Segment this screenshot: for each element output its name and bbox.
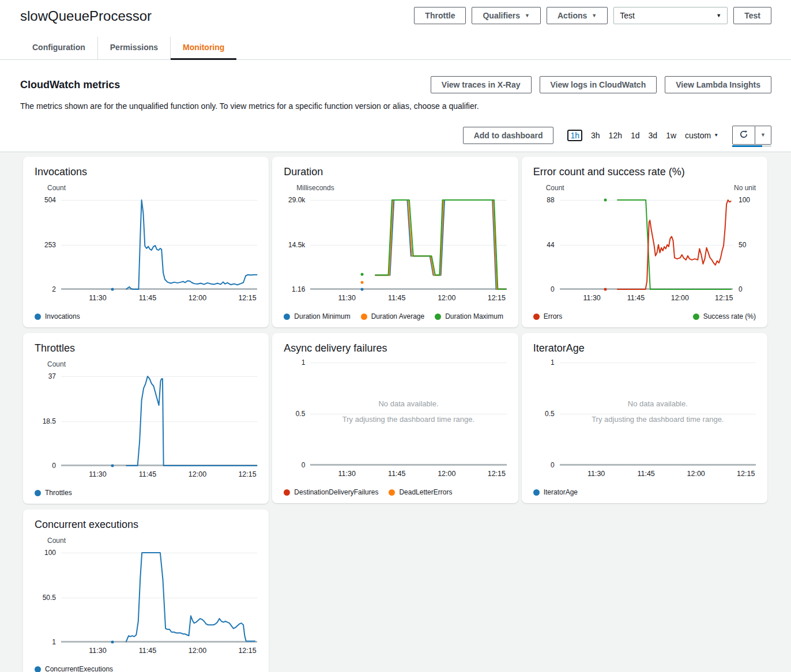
plot-area: No data available.Try adjusting the dash… <box>310 363 506 465</box>
x-tick: 12:00 <box>438 294 455 302</box>
x-tick: 11:30 <box>338 294 356 302</box>
x-axis: 11:3011:4512:0012:15 <box>284 294 506 304</box>
actions-button[interactable]: Actions▼ <box>547 7 608 24</box>
view-traces-xray-button[interactable]: View traces in X-Ray <box>431 76 532 93</box>
y-axis-labels: 88440 <box>533 200 560 289</box>
tab-configuration[interactable]: Configuration <box>20 37 97 59</box>
refresh-options-button[interactable]: ▼ <box>755 126 771 145</box>
axis-units: Count <box>35 360 257 368</box>
section-description: The metrics shown are for the unqualifie… <box>20 101 771 111</box>
x-axis-labels: 11:3011:4512:0012:15 <box>61 294 257 304</box>
caret-down-icon: ▼ <box>716 13 721 18</box>
view-logs-cloudwatch-button[interactable]: View logs in CloudWatch <box>540 76 657 93</box>
y-tick: 100 <box>739 196 750 204</box>
add-to-dashboard-button[interactable]: Add to dashboard <box>463 127 554 144</box>
y-tick: 18.5 <box>43 417 56 425</box>
y-tick: 37 <box>48 372 56 380</box>
y-axis-labels: 10.50 <box>533 363 560 465</box>
legend-item[interactable]: IteratorAge <box>533 488 578 496</box>
legend-color-dot <box>389 489 395 496</box>
legend-color-dot <box>35 314 41 320</box>
legend-item[interactable]: Errors <box>533 312 563 320</box>
chart-legend: Throttles <box>35 489 257 497</box>
x-tick: 12:15 <box>238 470 256 478</box>
page-header-panel: slowQueueProcessor Throttle Qualifiers▼ … <box>0 0 791 152</box>
x-axis-labels: 11:3011:4512:0012:15 <box>310 294 506 304</box>
tab-monitoring[interactable]: Monitoring <box>170 37 236 59</box>
legend-item[interactable]: Success rate (%) <box>693 312 756 320</box>
x-tick: 12:00 <box>671 294 689 302</box>
no-data-message: No data available.Try adjusting the dash… <box>560 363 756 465</box>
tab-permissions[interactable]: Permissions <box>97 37 170 59</box>
chart-lines <box>310 200 506 289</box>
legend-color-dot <box>533 314 540 320</box>
time-range-3h[interactable]: 3h <box>591 131 600 140</box>
legend-label: ConcurrentExecutions <box>45 665 113 672</box>
legend-item[interactable]: Duration Average <box>361 312 425 320</box>
time-range-1d[interactable]: 1d <box>631 131 640 140</box>
legend-color-dot <box>693 314 699 320</box>
chart-card-invocations: Invocations Count504253211:3011:4512:001… <box>23 157 269 327</box>
y-axis-labels: 10050.51 <box>35 553 61 642</box>
x-axis: 11:3011:4512:0012:15 <box>35 294 257 304</box>
legend-item[interactable]: Duration Maximum <box>435 312 503 320</box>
legend-item[interactable]: Throttles <box>35 489 72 497</box>
chart-legend: Invocations <box>35 312 257 320</box>
x-tick: 12:15 <box>488 294 506 302</box>
chart-card-duration: Duration Milliseconds29.0k14.5k1.1611:30… <box>272 157 518 327</box>
y-tick: 50 <box>739 241 746 249</box>
cloudwatch-metrics-section: CloudWatch metrics View traces in X-Ray … <box>0 60 791 111</box>
x-axis-spacer <box>35 294 61 304</box>
x-axis-labels: 11:3011:4512:0012:15 <box>61 470 257 481</box>
legend-color-dot <box>284 314 290 320</box>
y-tick: 0 <box>302 461 306 469</box>
chart-title: Duration <box>284 166 506 178</box>
y-axis-unit-left: Count <box>546 184 564 192</box>
x-axis-spacer <box>35 470 61 481</box>
legend-label: Throttles <box>45 489 72 497</box>
chart-title: Invocations <box>35 166 257 178</box>
time-range-12h[interactable]: 12h <box>609 131 622 140</box>
plot-area <box>61 376 257 466</box>
legend-item[interactable]: ConcurrentExecutions <box>35 665 113 672</box>
time-range-1w[interactable]: 1w <box>666 131 676 140</box>
y-tick: 0.5 <box>545 410 555 418</box>
test-button[interactable]: Test <box>733 7 771 24</box>
legend-item[interactable]: Invocations <box>35 312 80 320</box>
legend-color-dot <box>361 314 367 320</box>
no-data-line1: No data available. <box>560 399 756 408</box>
chart-title: IteratorAge <box>533 342 756 354</box>
plot-area <box>61 553 257 642</box>
legend-label: Duration Average <box>371 312 425 320</box>
y-tick: 100 <box>44 549 56 557</box>
view-lambda-insights-button[interactable]: View Lambda Insights <box>665 76 771 93</box>
chart-card-iteratorage: IteratorAge 10.50No data available.Try a… <box>522 333 767 503</box>
legend-item[interactable]: Duration Minimum <box>284 312 350 320</box>
y-axis-labels-right: 100500 <box>733 200 756 289</box>
refresh-button[interactable] <box>732 126 755 145</box>
refresh-icon <box>739 130 748 141</box>
legend-item[interactable]: DestinationDeliveryFailures <box>284 488 378 496</box>
time-range-3d[interactable]: 3d <box>649 131 658 140</box>
plot-area: No data available.Try adjusting the dash… <box>560 363 756 465</box>
y-tick: 0 <box>52 462 56 470</box>
x-axis-spacer <box>733 294 756 304</box>
legend-label: DeadLetterErrors <box>399 488 452 496</box>
throttle-button[interactable]: Throttle <box>414 7 466 24</box>
time-range-1h[interactable]: 1h <box>567 130 582 141</box>
x-axis-spacer <box>284 470 310 480</box>
chart-legend: Duration MinimumDuration AverageDuration… <box>284 312 506 320</box>
x-tick: 11:30 <box>338 470 356 478</box>
plot-area <box>61 200 257 289</box>
test-event-select[interactable]: Test▼ <box>613 7 728 24</box>
time-range-custom[interactable]: custom▼ <box>685 131 718 140</box>
axis-units: Count <box>35 184 257 192</box>
y-axis-unit-left: Count <box>47 537 66 545</box>
chart-legend: ConcurrentExecutions <box>35 665 257 672</box>
data-point-dot <box>360 288 363 290</box>
plot-area <box>560 200 733 289</box>
x-tick: 12:15 <box>715 294 733 302</box>
y-tick: 504 <box>44 196 56 204</box>
legend-item[interactable]: DeadLetterErrors <box>389 488 452 496</box>
qualifiers-button[interactable]: Qualifiers▼ <box>472 7 541 24</box>
